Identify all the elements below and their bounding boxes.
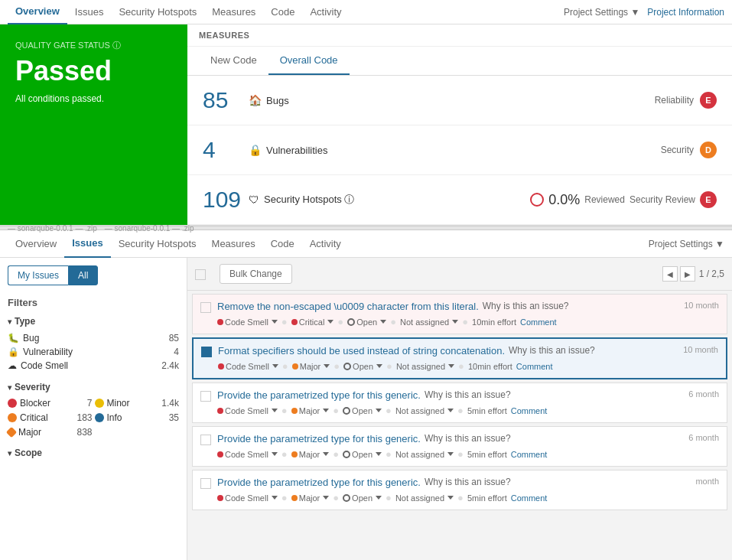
issue-item[interactable]: Provide the parametrized type for this g… — [192, 383, 727, 423]
issue-severity-tag-3[interactable]: Major — [291, 406, 330, 415]
smell-filter-icon: ☁ — [8, 360, 17, 371]
top-nav-security-hotspots[interactable]: Security Hotspots — [111, 0, 204, 24]
issue-severity-tag-4[interactable]: Major — [291, 450, 330, 459]
issue-why-1[interactable]: Why is this an issue? — [483, 301, 569, 311]
issue-status-tag-4[interactable]: Open — [343, 450, 382, 459]
issue-assigned-tag-1[interactable]: Not assigned — [400, 317, 458, 327]
bottom-nav-issues[interactable]: Issues — [64, 230, 110, 258]
issue-severity-tag-2[interactable]: Major — [292, 362, 330, 371]
blocker-count: 7 — [87, 398, 93, 409]
vuln-label: Vulnerabilities — [266, 145, 327, 156]
top-nav-overview[interactable]: Overview — [8, 0, 67, 24]
issue-age-3: 6 month — [688, 389, 719, 399]
bottom-nav-activity[interactable]: Activity — [302, 230, 349, 258]
filter-code-smell[interactable]: ☁ Code Smell 2.4k — [8, 359, 179, 373]
scope-filter-title[interactable]: ▾ Scope — [8, 448, 179, 458]
issue-checkbox-2[interactable] — [201, 347, 212, 357]
issue-type-tag-2[interactable]: Code Smell — [218, 362, 278, 371]
issue-type-tag-5[interactable]: Code Smell — [217, 493, 278, 503]
issue-assigned-tag-4[interactable]: Not assigned — [395, 450, 454, 459]
select-all-checkbox[interactable] — [195, 269, 206, 280]
filter-critical[interactable]: Critical 183 — [8, 412, 93, 424]
top-nav-activity[interactable]: Activity — [302, 0, 349, 24]
hotspot-icon: 🛡 — [249, 194, 259, 206]
issue-age-2: 10 month — [683, 345, 718, 354]
bug-filter-label: Bug — [23, 333, 39, 343]
issue-status-tag-2[interactable]: Open — [343, 362, 382, 371]
issue-item[interactable]: Format specifiers should be used instead… — [192, 337, 727, 379]
issue-assigned-tag-2[interactable]: Not assigned — [396, 362, 454, 371]
filter-vulnerability[interactable]: 🔒 Vulnerability 4 — [8, 345, 179, 359]
vuln-filter-icon: 🔒 — [8, 347, 19, 357]
measure-bugs-row: 85 🏠 Bugs Reliability E — [187, 76, 732, 125]
issue-severity-tag-5[interactable]: Major — [291, 493, 330, 503]
bottom-nav-code[interactable]: Code — [263, 230, 302, 258]
issue-age-4: 6 month — [688, 433, 719, 442]
nav-prev-icon[interactable]: ◀ — [662, 266, 678, 282]
hotspot-pct: 0.0% — [548, 192, 580, 208]
issue-type-tag-3[interactable]: Code Smell — [217, 406, 278, 415]
issue-assigned-tag-5[interactable]: Not assigned — [395, 493, 454, 503]
hotspot-reviewed: Reviewed — [584, 194, 625, 205]
severity-filter-title[interactable]: ▾ Severity — [8, 382, 179, 392]
issue-title-1[interactable]: Remove the non-escaped \u0009 character … — [217, 301, 479, 312]
issue-comment-3[interactable]: Comment — [511, 406, 548, 415]
type-filter-title[interactable]: ▾ Type — [8, 316, 179, 327]
issue-checkbox-5[interactable] — [200, 478, 211, 489]
issue-comment-5[interactable]: Comment — [511, 493, 548, 503]
issue-why-2[interactable]: Why is this an issue? — [509, 345, 595, 356]
filter-minor[interactable]: Minor 1.4k — [95, 397, 180, 409]
tab-overall-code[interactable]: Overall Code — [268, 47, 350, 75]
issue-why-5[interactable]: Why is this an issue? — [425, 477, 511, 487]
major-count: 838 — [76, 427, 92, 438]
pct-circle-icon — [530, 193, 544, 207]
filter-bug[interactable]: 🐛 Bug 85 — [8, 331, 179, 345]
issue-checkbox-1[interactable] — [200, 302, 211, 313]
bottom-nav-measures[interactable]: Measures — [204, 230, 263, 258]
top-nav-issues[interactable]: Issues — [67, 0, 112, 24]
issue-status-tag-5[interactable]: Open — [343, 493, 382, 503]
issue-why-3[interactable]: Why is this an issue? — [425, 389, 511, 400]
bottom-nav-overview[interactable]: Overview — [8, 230, 64, 258]
issue-status-tag-3[interactable]: Open — [343, 406, 382, 415]
vulnerability-icon: 🔒 — [249, 144, 262, 156]
project-info-link[interactable]: Project Information — [647, 7, 724, 18]
issue-item[interactable]: Provide the parametrized type for this g… — [192, 426, 727, 467]
project-settings-bottom[interactable]: Project Settings ▼ — [649, 239, 724, 249]
issue-type-tag-4[interactable]: Code Smell — [217, 450, 278, 459]
issue-title-5[interactable]: Provide the parametrized type for this g… — [217, 477, 421, 488]
issue-assigned-tag-3[interactable]: Not assigned — [395, 406, 454, 415]
all-issues-button[interactable]: All — [68, 265, 98, 285]
issue-checkbox-3[interactable] — [200, 391, 211, 402]
code-smell-dot-2 — [218, 363, 224, 370]
top-nav-code[interactable]: Code — [263, 0, 302, 24]
status-circle-2 — [343, 363, 351, 370]
nav-next-icon[interactable]: ▶ — [680, 266, 695, 282]
issue-severity-tag-1[interactable]: Critical — [291, 317, 334, 327]
issue-comment-2[interactable]: Comment — [516, 362, 553, 371]
bottom-nav-security[interactable]: Security Hotspots — [111, 230, 204, 258]
bugs-value: 85 — [203, 87, 249, 113]
issue-comment-4[interactable]: Comment — [511, 450, 548, 459]
issue-status-tag-1[interactable]: Open — [347, 317, 386, 327]
scope-filter-section: ▾ Scope — [8, 448, 179, 458]
bug-filter-count: 85 — [169, 333, 179, 343]
issue-title-3[interactable]: Provide the parametrized type for this g… — [217, 389, 421, 401]
filter-info[interactable]: Info 35 — [95, 412, 180, 424]
issue-checkbox-4[interactable] — [200, 435, 211, 445]
issue-item[interactable]: Remove the non-escaped \u0009 character … — [192, 294, 727, 334]
filter-major[interactable]: Major 838 — [8, 426, 93, 438]
tab-new-code[interactable]: New Code — [199, 47, 268, 75]
issue-title-2[interactable]: Format specifiers should be used instead… — [218, 345, 505, 357]
critical-icon — [8, 413, 17, 422]
my-issues-button[interactable]: My Issues — [8, 265, 68, 285]
issue-title-4[interactable]: Provide the parametrized type for this g… — [217, 433, 421, 444]
issue-comment-1[interactable]: Comment — [520, 317, 557, 327]
issue-why-4[interactable]: Why is this an issue? — [425, 433, 511, 444]
issue-type-tag-1[interactable]: Code Smell — [217, 317, 278, 327]
issue-item[interactable]: Provide the parametrized type for this g… — [192, 470, 727, 510]
top-nav-measures[interactable]: Measures — [204, 0, 263, 24]
bulk-change-button[interactable]: Bulk Change — [220, 264, 292, 284]
project-settings-top[interactable]: Project Settings ▼ — [564, 7, 639, 18]
filter-blocker[interactable]: Blocker 7 — [8, 397, 93, 409]
